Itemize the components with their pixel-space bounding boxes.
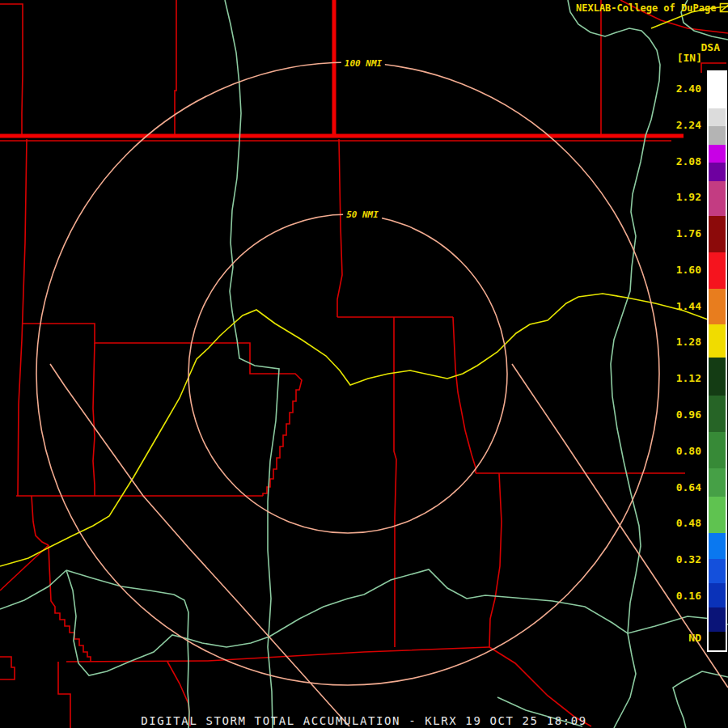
colorbar-segment (709, 324, 726, 358)
colorbar-tick-label: 1.76 (676, 227, 701, 239)
colorbar-tick-label: 1.92 (676, 191, 701, 203)
range-ring-label-50nmi: 50 NMI (343, 210, 382, 221)
neighbor-radar-arc-west (50, 364, 349, 726)
colorbar-segment (709, 559, 726, 583)
colorbar-tick-label: 0.32 (676, 553, 701, 565)
yellow-river-lines (0, 6, 728, 566)
colorbar-tick-label: 0.80 (676, 445, 701, 457)
colorbar-segment (709, 216, 726, 252)
colorbar-tick-label: 2.08 (676, 155, 701, 167)
colorbar-segment (709, 497, 726, 533)
brand-text: NEXLAB-College of DuPage (576, 2, 716, 14)
range-ring-50nmi (188, 214, 507, 533)
colorbar-segment (709, 126, 726, 145)
colorbar-segment (709, 145, 726, 163)
radar-viewer: { "header": { "brand": "NEXLAB-College o… (0, 0, 728, 728)
colorbar-tick-label: 0.16 (676, 590, 701, 602)
colorbar-tick-label: 1.12 (676, 372, 701, 384)
colorbar-tick-label: 2.24 (676, 119, 701, 131)
county-boundary-lines (0, 0, 728, 728)
colorbar-tick-label: 2.40 (676, 83, 701, 95)
colorbar-tick-label: 0.96 (676, 408, 701, 421)
colorbar-segment (709, 163, 726, 181)
product-title: DIGITAL STORM TOTAL ACCUMULATION - KLRX … (0, 714, 728, 727)
colorbar-segment (709, 289, 726, 324)
radar-map-canvas (0, 0, 728, 728)
range-rings (36, 62, 728, 726)
colorbar (707, 70, 727, 652)
range-ring-100nmi (36, 62, 659, 685)
colorbar-segment (709, 108, 726, 126)
colorbar-segment (709, 468, 726, 497)
product-code-label: DSA (701, 42, 720, 53)
brand-title: NEXLAB-College of DuPage (576, 2, 728, 14)
colorbar-tick-label: 0.48 (676, 517, 701, 529)
river-lines (0, 0, 728, 728)
colorbar-tick-label: 0.64 (676, 481, 701, 493)
units-label: [IN] (677, 53, 702, 64)
pennant-flag-icon (719, 2, 728, 14)
colorbar-segment (709, 252, 726, 289)
colorbar-segment (709, 396, 726, 432)
colorbar-segment (709, 533, 726, 559)
colorbar-segment (709, 632, 726, 650)
colorbar-segment (709, 181, 726, 216)
colorbar-segment (709, 432, 726, 468)
colorbar-segment (709, 583, 726, 607)
range-ring-label-100nmi: 100 NMI (341, 58, 385, 70)
colorbar-tick-label: 1.60 (676, 264, 701, 276)
colorbar-segment (709, 72, 726, 108)
colorbar-tick-label: 1.44 (676, 300, 701, 312)
colorbar-segment (709, 358, 726, 396)
colorbar-segment (709, 607, 726, 632)
colorbar-tick-label: ND (688, 632, 701, 644)
colorbar-tick-label: 1.28 (676, 336, 701, 348)
